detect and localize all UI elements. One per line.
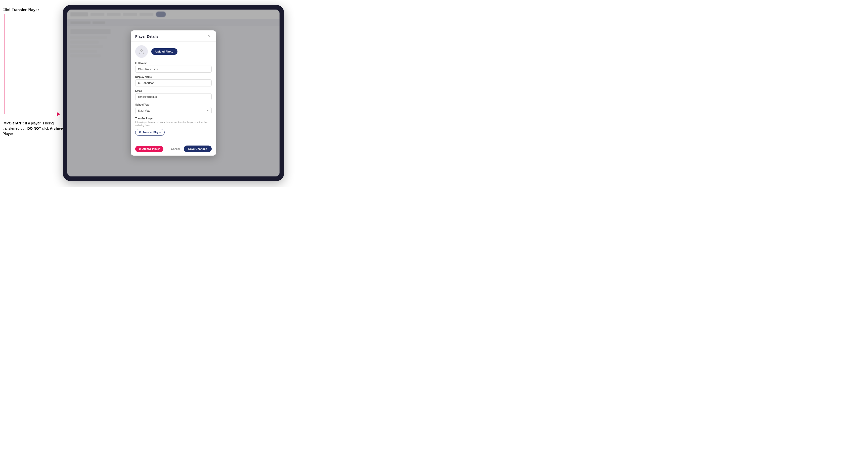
- tablet-frame: Player Details × Upload Photo: [63, 5, 284, 181]
- transfer-player-button[interactable]: ⟳ Transfer Player: [135, 129, 165, 136]
- email-input[interactable]: [135, 93, 212, 100]
- modal-header: Player Details ×: [131, 30, 216, 42]
- transfer-btn-label: Transfer Player: [143, 131, 161, 134]
- save-changes-button[interactable]: Save Changes: [184, 146, 212, 152]
- display-name-label: Display Name: [135, 76, 212, 79]
- modal-footer: ⊘ Archive Player Cancel Save Changes: [131, 143, 216, 156]
- tablet-screen: Player Details × Upload Photo: [67, 9, 280, 177]
- archive-player-button[interactable]: ⊘ Archive Player: [135, 146, 163, 152]
- email-group: Email: [135, 90, 212, 100]
- modal-title: Player Details: [135, 34, 158, 38]
- transfer-description: If this player has moved to another scho…: [135, 121, 212, 127]
- modal-close-button[interactable]: ×: [207, 34, 212, 39]
- footer-right: Cancel Save Changes: [169, 146, 212, 152]
- annotation-arrow: [57, 112, 60, 116]
- annotation-horizontal-line: [4, 114, 59, 114]
- do-not-label: DO NOT: [27, 126, 41, 130]
- display-name-group: Display Name: [135, 76, 212, 87]
- instruction-click-text: Click Transfer Player: [2, 7, 65, 12]
- transfer-icon: ⟳: [139, 131, 141, 134]
- school-year-select[interactable]: First Year Second Year Third Year Fourth…: [135, 107, 212, 114]
- instruction-important: IMPORTANT: If a player is being transfer…: [2, 121, 65, 136]
- person-icon: [138, 49, 145, 55]
- transfer-player-highlight: Transfer Player: [12, 7, 39, 12]
- archive-icon: ⊘: [139, 148, 141, 150]
- avatar-section: Upload Photo: [135, 45, 212, 58]
- display-name-input[interactable]: [135, 80, 212, 87]
- transfer-section: Transfer Player If this player has moved…: [135, 117, 212, 136]
- important-label: IMPORTANT: [2, 121, 23, 125]
- school-year-group: School Year First Year Second Year Third…: [135, 103, 212, 114]
- modal-overlay: Player Details × Upload Photo: [67, 9, 280, 177]
- full-name-group: Full Name: [135, 62, 212, 73]
- modal-body: Upload Photo Full Name Display Name: [131, 42, 216, 143]
- transfer-label: Transfer Player: [135, 117, 212, 120]
- full-name-label: Full Name: [135, 62, 212, 65]
- email-label: Email: [135, 90, 212, 92]
- svg-point-0: [141, 50, 143, 52]
- school-year-label: School Year: [135, 103, 212, 106]
- avatar: [135, 45, 148, 58]
- player-details-modal: Player Details × Upload Photo: [131, 30, 216, 156]
- archive-btn-label: Archive Player: [142, 148, 160, 150]
- instruction-area: Click Transfer Player: [2, 7, 65, 15]
- upload-photo-button[interactable]: Upload Photo: [151, 48, 178, 55]
- cancel-button[interactable]: Cancel: [169, 146, 182, 152]
- annotation-vertical-line: [4, 14, 5, 114]
- full-name-input[interactable]: [135, 66, 212, 73]
